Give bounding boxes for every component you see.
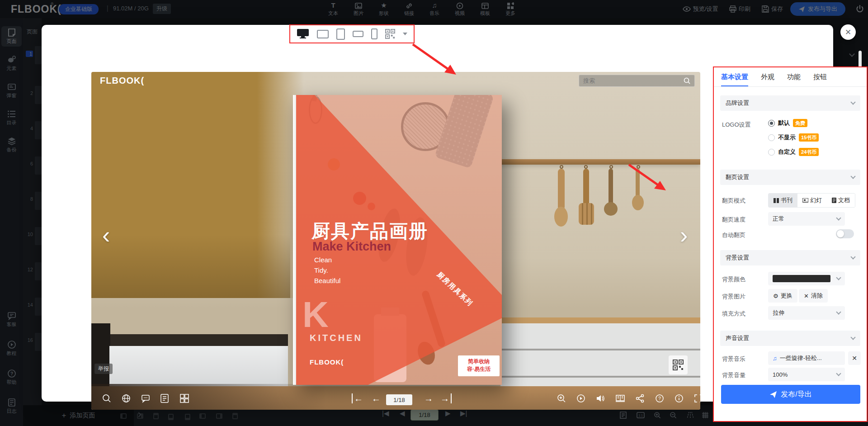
auto-flip-label: 自动翻页 xyxy=(722,231,745,239)
cover-brand-logo: FLBOOK( xyxy=(310,358,344,366)
chevron-down-icon xyxy=(836,309,841,314)
viewer-page-indicator[interactable]: 1/18 xyxy=(386,394,412,405)
close-icon: ✕ xyxy=(804,293,809,299)
cover-page: 厨具产品画册 Make Kitchen Clean Tidy. Beautifu… xyxy=(296,95,502,385)
cover-line: Clean xyxy=(314,256,332,264)
fill-mode-select[interactable]: 拉伸 xyxy=(768,306,845,320)
viewer-share-tool[interactable] xyxy=(636,394,645,403)
flip-mode-slide[interactable]: 幻灯 xyxy=(797,194,827,207)
flip-speed-select[interactable]: 正常 xyxy=(768,212,845,226)
cover-big-letter: K xyxy=(302,294,329,336)
qr-code-button[interactable] xyxy=(669,355,688,374)
device-tablet-landscape-icon[interactable] xyxy=(317,30,329,38)
viewer-comment-tool[interactable] xyxy=(141,394,150,403)
device-phone-portrait-icon[interactable] xyxy=(371,28,377,39)
modal-close-button[interactable]: ✕ xyxy=(840,24,856,40)
flipbook-cover[interactable]: 厨具产品画册 Make Kitchen Clean Tidy. Beautifu… xyxy=(293,95,502,385)
logo-option-custom[interactable]: 自定义 24书币 xyxy=(768,148,819,156)
cabinet-groove xyxy=(500,349,700,350)
viewer-first-page-button[interactable]: ← xyxy=(352,393,363,403)
hanging-utensil xyxy=(604,202,618,216)
device-selector xyxy=(289,24,415,43)
bg-image-clear-button[interactable]: ✕清除 xyxy=(799,289,828,303)
bg-music-select[interactable]: ♫ 一些旋律-轻松... xyxy=(768,351,845,365)
cover-subtitle: Make Kitchen xyxy=(312,240,391,254)
brand-settings-section[interactable]: 品牌设置 xyxy=(720,95,860,111)
flip-mode-book[interactable]: 书刊 xyxy=(769,194,797,207)
color-swatch xyxy=(773,275,830,282)
device-phone-landscape-icon[interactable] xyxy=(353,31,363,37)
viewer-zoom-tool[interactable] xyxy=(557,394,566,403)
logo-option-hide[interactable]: 不显示 15书币 xyxy=(768,133,819,142)
flip-speed-label: 翻页速度 xyxy=(722,216,745,224)
bg-volume-label: 背景音量 xyxy=(722,371,745,379)
device-tablet-portrait-icon[interactable] xyxy=(336,28,345,40)
search-icon xyxy=(684,77,690,84)
chevron-down-icon xyxy=(850,174,855,179)
radio-selected-icon[interactable] xyxy=(768,120,775,127)
hanging-utensil xyxy=(583,169,589,207)
viewer-language-tool[interactable] xyxy=(122,394,131,403)
viewer-toc-tool[interactable] xyxy=(160,394,169,403)
appliance xyxy=(91,323,110,391)
sound-settings-section[interactable]: 声音设置 xyxy=(720,331,860,346)
hanging-utensil xyxy=(609,169,613,205)
radio-icon[interactable] xyxy=(768,149,775,156)
wall-shade xyxy=(91,235,290,298)
viewer-next-page-button[interactable]: → xyxy=(424,393,433,404)
bg-music-label: 背景音乐 xyxy=(722,355,745,363)
auto-flip-toggle[interactable] xyxy=(836,229,854,238)
viewer-info-tool[interactable] xyxy=(675,394,684,403)
viewer-last-page-button[interactable]: → xyxy=(440,393,452,403)
flip-mode-doc[interactable]: 文档 xyxy=(827,194,855,207)
publish-export-panel-button[interactable]: 发布/导出 xyxy=(721,385,860,404)
device-dropdown-caret[interactable] xyxy=(403,33,407,35)
cabinet-groove xyxy=(500,376,700,378)
chevron-down-icon xyxy=(850,254,855,259)
radio-icon[interactable] xyxy=(768,134,775,141)
viewer-autoplay-tool[interactable] xyxy=(576,394,585,403)
chevron-down-icon xyxy=(836,371,841,376)
tab-basic-settings[interactable]: 基本设置 xyxy=(721,73,748,87)
report-badge[interactable]: 举报 xyxy=(94,364,113,374)
viewer-volume-tool[interactable] xyxy=(596,394,605,403)
tab-buttons[interactable]: 按钮 xyxy=(813,73,827,87)
cover-line: Tidy. xyxy=(314,266,328,274)
chevron-down-icon xyxy=(850,99,855,104)
bg-color-label: 背景颜色 xyxy=(722,275,745,284)
viewer-reading-mode-tool[interactable] xyxy=(615,394,625,403)
viewer-fullscreen-tool[interactable] xyxy=(694,394,700,403)
counter-top xyxy=(500,317,700,324)
logo-option-default[interactable]: 默认 免费 xyxy=(768,119,807,127)
flip-settings-section[interactable]: 翻页设置 xyxy=(720,170,860,185)
bg-image-label: 背景图片 xyxy=(722,293,745,301)
device-desktop-icon[interactable] xyxy=(297,28,309,39)
background-settings-section[interactable]: 背景设置 xyxy=(720,250,860,265)
flip-next-arrow[interactable]: › xyxy=(680,223,688,247)
bg-image-change-button[interactable]: ⚙更换 xyxy=(768,289,797,303)
viewer-thumbnails-tool[interactable] xyxy=(180,394,189,403)
book-mode-icon xyxy=(774,198,779,203)
hanging-utensil xyxy=(632,195,644,210)
device-qr-icon[interactable] xyxy=(385,29,395,39)
tab-appearance[interactable]: 外观 xyxy=(761,73,774,87)
viewer-help-tool[interactable]: ? xyxy=(655,394,664,403)
viewer-search-tool[interactable] xyxy=(102,394,111,403)
slide-mode-icon xyxy=(802,198,808,203)
viewer-prev-page-button[interactable]: ← xyxy=(372,393,381,404)
flip-prev-arrow[interactable]: ‹ xyxy=(102,223,110,247)
cover-tag-box: 简单收纳 容·易生活 xyxy=(458,355,500,376)
free-badge: 免费 xyxy=(793,119,807,127)
bg-color-select[interactable] xyxy=(768,272,845,285)
hanging-utensil xyxy=(558,169,565,210)
bg-volume-select[interactable]: 100% xyxy=(768,368,845,381)
bg-music-remove-button[interactable]: ✕ xyxy=(848,351,861,365)
search-input[interactable] xyxy=(583,77,684,84)
music-note-icon: ♫ xyxy=(773,355,777,362)
hanging-utensil xyxy=(554,207,568,227)
viewer-search-box[interactable] xyxy=(579,75,695,87)
chevron-down-icon xyxy=(850,335,855,340)
viewer-flbook-logo: FLBOOK( xyxy=(100,76,144,86)
tab-features[interactable]: 功能 xyxy=(787,73,801,87)
fill-mode-label: 填充方式 xyxy=(722,310,745,318)
